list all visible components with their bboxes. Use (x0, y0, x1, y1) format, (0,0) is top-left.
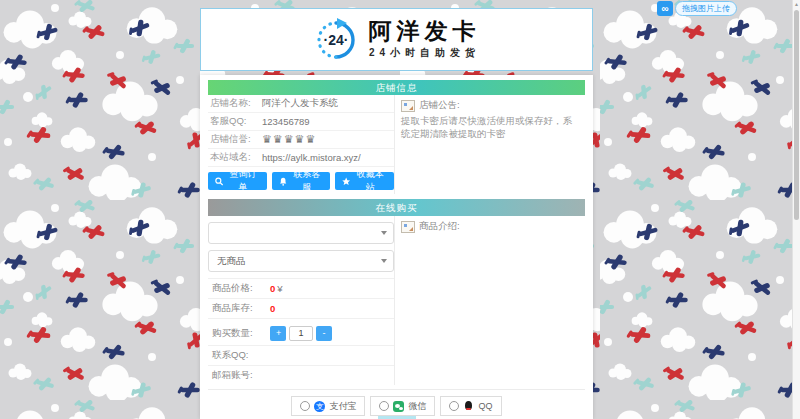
email-row: 邮箱账号: (208, 366, 394, 385)
quantity-minus-button[interactable]: - (316, 326, 332, 341)
shop-rating-row: 店铺信誉: ♛♛♛♛♛ (208, 131, 394, 149)
stock-value: 0 (270, 303, 275, 314)
clock-24-logo-icon: ·24· (313, 17, 359, 63)
query-order-button[interactable]: 查询订单 (208, 172, 267, 190)
main-container: 店铺信息 店铺名称: 阿洋个人发卡系统 客服QQ: 123456789 店铺信誉… (200, 75, 593, 419)
shop-notice-text: 提取卡密后请尽快激活使用或保存好，系统定期清除被提取的卡密 (401, 115, 579, 141)
shop-name-value: 阿洋个人发卡系统 (262, 97, 338, 110)
purchase-title: 在线购买 (208, 199, 585, 216)
quantity-label: 购买数量: (208, 327, 270, 340)
email-input[interactable] (270, 368, 394, 384)
site-domain-link[interactable]: https://aylk.mistora.xyz/ (262, 152, 361, 163)
price-label: 商品价格: (208, 282, 270, 295)
email-label: 邮箱账号: (208, 369, 270, 382)
wechat-label: 微信 (408, 400, 426, 413)
shop-notice-header: 店铺公告: (401, 99, 579, 112)
stock-label: 商品库存: (208, 302, 270, 315)
rating-crown-icons: ♛♛♛♛♛ (262, 133, 316, 146)
alipay-icon: 支 (314, 401, 325, 412)
contact-service-label: 联系客服 (290, 168, 323, 194)
site-domain-label: 本站域名: (208, 151, 262, 164)
stock-row: 商品库存: 0 (208, 299, 394, 318)
broken-image-icon (401, 100, 415, 112)
chevron-down-icon (381, 259, 387, 263)
radio-unchecked-icon[interactable] (449, 401, 459, 411)
quantity-row: 购买数量: + - (208, 321, 394, 345)
shop-rating-label: 店铺信誉: (208, 133, 262, 146)
payment-option-wechat[interactable]: 微信 (370, 396, 435, 416)
scrollbar-up-icon[interactable]: ▲ (793, 0, 800, 8)
wechat-icon (393, 401, 404, 412)
service-qq-row: 客服QQ: 123456789 (208, 113, 394, 131)
shop-info-panel: 店铺信息 店铺名称: 阿洋个人发卡系统 客服QQ: 123456789 店铺信誉… (208, 80, 585, 194)
price-stock-box: 商品价格: 0 ¥ 商品库存: 0 (208, 278, 394, 319)
shop-name-row: 店铺名称: 阿洋个人发卡系统 (208, 95, 394, 113)
query-order-label: 查询订单 (226, 168, 259, 194)
price-currency: ¥ (277, 283, 282, 294)
alipay-label: 支付宝 (329, 400, 356, 413)
contact-qq-row: 联系QQ: (208, 346, 394, 366)
radio-unchecked-icon[interactable] (300, 401, 310, 411)
site-header: ·24· 阿洋发卡 24小时自助发货 (200, 8, 593, 71)
purchase-panel: 在线购买 无商品 商品价格: 0 ¥ (208, 199, 585, 419)
bookmark-site-label: 收藏本站 (354, 168, 387, 194)
drag-upload-widget[interactable]: ∞ 拖拽图片上传 (657, 1, 737, 16)
price-value: 0 (270, 283, 275, 294)
contact-box: 联系QQ: 邮箱账号: (208, 345, 394, 385)
page: ▲ ∞ 拖拽图片上传 ·24· 阿洋发卡 24小时自助发货 店铺信息 店铺名称: (0, 0, 800, 419)
category-select[interactable] (208, 222, 394, 244)
brand-title: 阿洋发卡 (369, 19, 481, 43)
quantity-plus-button[interactable]: + (270, 326, 286, 341)
brand-tagline: 24小时自助发货 (369, 46, 480, 60)
contact-qq-label: 联系QQ: (208, 349, 270, 362)
product-select[interactable]: 无商品 (208, 250, 394, 272)
upload-extension-icon[interactable]: ∞ (657, 1, 673, 16)
drag-upload-label[interactable]: 拖拽图片上传 (675, 1, 737, 16)
site-domain-row: 本站域名: https://aylk.mistora.xyz/ (208, 149, 394, 167)
shop-info-title: 店铺信息 (208, 80, 585, 95)
browser-scrollbar[interactable]: ▲ (792, 0, 800, 419)
shop-notice-label: 店铺公告: (419, 99, 460, 112)
product-intro-label: 商品介绍: (419, 220, 460, 233)
service-qq-label: 客服QQ: (208, 115, 262, 128)
qq-pay-label: QQ (478, 401, 492, 411)
contact-qq-input[interactable] (270, 348, 394, 364)
star-icon (342, 177, 350, 186)
product-select-value: 无商品 (217, 255, 246, 266)
qq-penguin-icon (463, 401, 474, 412)
payment-method-bar: 支 支付宝 微信 QQ (208, 389, 585, 419)
svg-text:·24·: ·24· (323, 32, 348, 48)
shop-name-label: 店铺名称: (208, 97, 262, 110)
product-intro-header: 商品介绍: (401, 220, 579, 233)
service-qq-value: 123456789 (262, 116, 310, 127)
bookmark-site-button[interactable]: 收藏本站 (335, 172, 394, 190)
radio-unchecked-icon[interactable] (379, 401, 389, 411)
quantity-input[interactable] (289, 326, 313, 341)
chevron-down-icon (381, 231, 387, 235)
contact-service-button[interactable]: 联系客服 (272, 172, 331, 190)
payment-option-alipay[interactable]: 支 支付宝 (291, 396, 365, 416)
scrollbar-thumb[interactable] (794, 10, 799, 220)
bell-icon (279, 177, 287, 186)
broken-image-icon (401, 221, 415, 233)
price-row: 商品价格: 0 ¥ (208, 279, 394, 299)
payment-option-qq[interactable]: QQ (440, 396, 501, 416)
brand-text-block: 阿洋发卡 24小时自助发货 (369, 19, 481, 60)
search-icon (215, 177, 223, 186)
